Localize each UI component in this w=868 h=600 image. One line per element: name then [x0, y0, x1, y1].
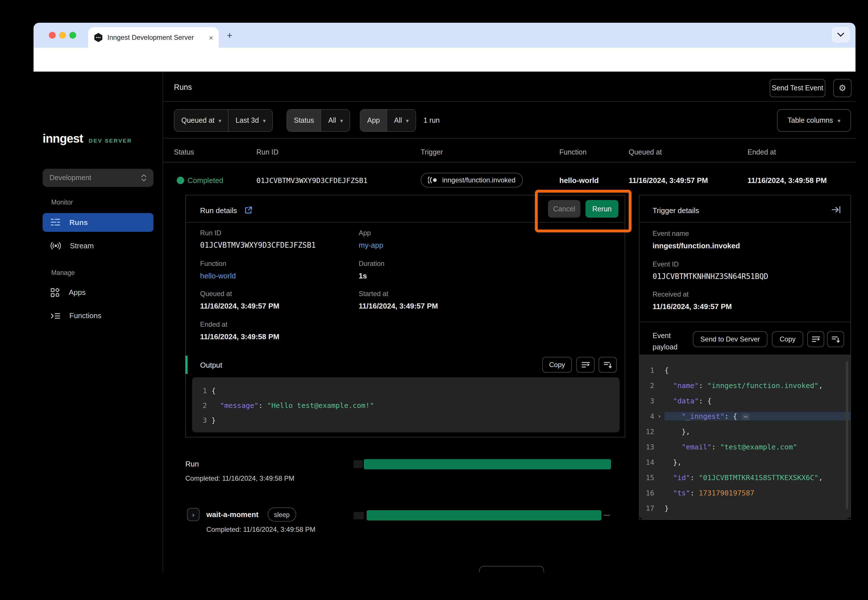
table-columns-label: Table columns [788, 117, 833, 124]
step-name: wait-a-moment [206, 510, 258, 519]
event-payload-code-block[interactable]: 1{2 "name": "inngest/function.invoked",3… [639, 355, 850, 519]
close-window-button[interactable] [49, 32, 56, 39]
output-code-block[interactable]: 1{2 "message": "Hello test@example.com!"… [192, 377, 619, 432]
chevron-down-icon: ▾ [219, 117, 222, 124]
table-columns-button[interactable]: Table columns ▾ [777, 109, 851, 132]
payload-copy-button[interactable]: Copy [772, 331, 803, 347]
cancel-button[interactable]: Cancel [548, 200, 580, 218]
code-line: 15 "id": "01JCVBTMTKR41S8STTKEXSKX6C", [639, 470, 850, 485]
field-function: Function hello-world [200, 260, 236, 280]
field-event-name: Event name inngest/function.invoked [653, 230, 740, 250]
step-expand-button[interactable]: › [187, 508, 200, 521]
trigger-details-title: Trigger details [653, 206, 699, 215]
browser-tab[interactable]: Inngest Development Server × [88, 27, 219, 48]
code-line: 3} [192, 412, 619, 427]
filters-divider [163, 138, 856, 139]
inngest-favicon-icon [94, 33, 103, 42]
sidebar: inngest DEV SERVER Development Monitor R… [33, 71, 163, 572]
environment-selector-value: Development [49, 174, 91, 182]
timeline-run-label: Run [185, 460, 199, 468]
row-status: Completed [188, 176, 223, 185]
code-line: 3 "data": { [639, 393, 850, 409]
col-queued: Queued at [629, 148, 662, 156]
chevron-right-icon: › [192, 511, 194, 518]
tab-search-chevron-icon[interactable] [832, 27, 850, 42]
function-link[interactable]: hello-world [200, 271, 236, 280]
payload-scrollbar[interactable] [846, 361, 848, 509]
table-row[interactable]: Completed 01JCVBTMV3WXY9D3CFDEJFZSB1 inn… [163, 162, 856, 199]
run-completed-text: Completed: 11/16/2024, 3:49:58 PM [185, 474, 294, 482]
col-function: Function [559, 148, 587, 156]
run-timeline-bar[interactable] [364, 459, 611, 469]
row-run-id: 01JCVBTMV3WXY9D3CFDEJFZSB1 [256, 176, 367, 185]
code-line: 17} [639, 501, 850, 516]
monitor-section-label: Monitor [51, 199, 73, 206]
row-queued-at: 11/16/2024, 3:49:57 PM [629, 176, 708, 185]
sidebar-item-label: Functions [69, 311, 102, 320]
time-range-dropdown[interactable]: Last 3d▾ [228, 110, 273, 131]
col-status: Status [174, 148, 194, 156]
step-type-badge: sleep [268, 508, 296, 521]
tab-title: Inngest Development Server [108, 33, 205, 41]
send-to-dev-server-button[interactable]: Send to Dev Server [693, 331, 767, 347]
chevron-down-icon: ▾ [263, 117, 266, 124]
send-test-event-button[interactable]: Send Test Event [770, 79, 826, 97]
field-duration: Duration 1s [359, 260, 385, 280]
header-divider [163, 101, 856, 102]
sidebar-item-runs[interactable]: Runs [42, 213, 153, 232]
output-wrap-text-button[interactable] [577, 357, 595, 373]
sidebar-item-apps[interactable]: Apps [42, 283, 153, 302]
status-filter-label: Status [287, 110, 322, 131]
run-count: 1 run [423, 117, 440, 124]
code-line: 14 }, [639, 455, 850, 470]
run-details-panel: Run details Cancel Rerun Run ID 01JCVBTM… [185, 195, 625, 438]
col-trigger: Trigger [420, 148, 443, 156]
step-timeline-bar[interactable] [367, 510, 601, 520]
open-external-icon[interactable] [244, 206, 252, 214]
sidebar-item-label: Runs [69, 218, 88, 227]
app-link[interactable]: my-app [359, 241, 383, 249]
trigger-badge[interactable]: inngest/function.invoked [420, 173, 523, 188]
partial-bottom-button[interactable] [479, 566, 544, 572]
main-content: Runs Send Test Event ⚙ Queued at▾ Last 3… [163, 71, 856, 572]
rerun-button[interactable]: Rerun [586, 200, 618, 218]
status-filter-dropdown[interactable]: All▾ [322, 110, 350, 131]
code-line: 12 }, [639, 424, 850, 439]
tab-close-icon[interactable]: × [209, 33, 213, 42]
trigger-details-divider [639, 222, 850, 223]
field-event-id: Event ID 01JCVBTMTKNHNHZ3SN64R51BQD [653, 260, 768, 281]
updown-chevron-icon [141, 174, 147, 182]
code-line: 1{ [192, 383, 619, 398]
code-line: 4› "_inngest": {⋯ [639, 409, 850, 424]
minimize-window-button[interactable] [59, 32, 66, 39]
output-accent-bar [185, 356, 188, 374]
code-line: 13 "email": "test@example.com" [639, 439, 850, 455]
code-line: 2 "message": "Hello test@example.com!" [192, 398, 619, 412]
trigger-badge-label: inngest/function.invoked [442, 176, 516, 184]
row-function: hello-world [559, 176, 599, 185]
collapse-panel-icon[interactable] [832, 205, 842, 214]
row-ended-at: 11/16/2024, 3:49:58 PM [748, 176, 827, 185]
output-copy-button[interactable]: Copy [542, 357, 572, 373]
logo-wordmark: inngest [42, 132, 83, 145]
payload-wrap-text-button[interactable] [807, 331, 824, 347]
stream-broadcast-icon [51, 241, 61, 250]
app-filter-dropdown[interactable]: All▾ [387, 110, 416, 131]
field-app: App my-app [359, 229, 383, 249]
browser-toolbar: ← → ↻ i localhost:8288/runs ☆ [33, 48, 856, 71]
event-payload-title: Event payload [653, 330, 687, 353]
new-tab-button[interactable]: + [227, 31, 232, 40]
tab-strip: Inngest Development Server × + [33, 23, 856, 48]
run-bar-handle [354, 460, 363, 468]
output-expand-button[interactable] [599, 357, 617, 373]
sidebar-item-stream[interactable]: Stream [42, 236, 153, 255]
time-field-dropdown[interactable]: Queued at▾ [175, 110, 228, 131]
environment-selector[interactable]: Development [42, 169, 153, 187]
sidebar-item-functions[interactable]: Functions [42, 306, 153, 325]
settings-gear-button[interactable]: ⚙ [833, 79, 851, 97]
inngest-logo: inngest DEV SERVER [42, 132, 132, 145]
inngest-app: inngest DEV SERVER Development Monitor R… [33, 71, 856, 572]
zoom-window-button[interactable] [69, 32, 76, 39]
payload-expand-button[interactable] [827, 331, 844, 347]
step-bar-handle [354, 512, 364, 519]
